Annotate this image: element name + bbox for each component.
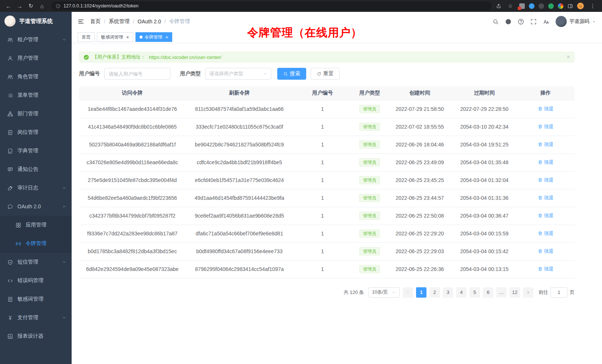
sidebar-item-tenant[interactable]: 租户管理 [0,30,72,49]
sidebar-item-menu[interactable]: 菜单管理 [0,86,72,105]
force-logout-button[interactable]: 强退 [538,106,554,112]
sidebar-item-oauth-app[interactable]: 应用管理 [0,216,72,234]
force-logout-button[interactable]: 强退 [538,195,554,201]
search-button[interactable]: 搜索 [277,68,306,80]
prev-page-button[interactable] [403,287,413,298]
force-logout-button[interactable]: 强退 [538,177,554,183]
app-logo[interactable]: 芋道管理系统 [0,12,72,30]
extension-icon[interactable] [519,3,525,9]
tab-home[interactable]: 首页 [78,32,95,42]
sidebar-item-sms[interactable]: 短信管理 [0,253,72,271]
search-icon[interactable] [493,19,499,25]
user-icon [7,56,13,61]
column-header: 用户类型 [352,86,387,100]
user-id-input[interactable] [104,68,170,80]
github-icon[interactable] [505,19,511,25]
action-cell: 强退 [517,136,575,153]
user-name: 芋道源码 [569,18,589,25]
extension-icon[interactable] [548,3,554,9]
share-icon[interactable] [496,3,501,9]
breadcrumb-item[interactable]: 系统管理 [109,18,130,25]
reset-button[interactable]: 重置 [311,68,340,80]
user-type-badge: 管理员 [359,265,380,273]
refresh-token-cell: be90422b8c7946218275a508bf524fc9 [186,136,293,153]
goto-page-input[interactable] [550,287,567,298]
sidebar-item-errcode[interactable]: 错误码管理 [0,271,72,290]
force-logout-button[interactable]: 强退 [538,266,554,272]
page-button-4[interactable]: 4 [456,287,467,298]
page-button-6[interactable]: 6 [483,287,493,298]
table-row: 6d842e2924594de9a09e45e087323abe8796295f… [79,260,575,278]
page-size-value: 10条/页 [372,289,388,295]
sidebar-item-report[interactable]: 报表设计器 [0,327,72,345]
tab-close-icon[interactable]: × [126,35,129,40]
page-button-5[interactable]: 5 [470,287,480,298]
url-bar[interactable]: 127.0.0.1:1024/system/oauth2/token [51,1,491,10]
forward-button[interactable]: → [15,1,24,10]
report-icon [7,334,13,339]
sidebar-toggle-icon[interactable] [567,3,573,9]
user-menu[interactable]: 芋道源码 [556,16,596,27]
table-header-row: 访问令牌刷新令牌用户编号用户类型创建时间过期时间操作 [79,86,575,100]
sidebar-item-label: 错误码管理 [17,277,43,284]
bookmark-star-icon[interactable]: ☆ [506,1,515,10]
sidebar-item-role[interactable]: 角色管理 [0,67,72,86]
tab-token[interactable]: 令牌管理× [135,32,173,42]
chev-down-icon [62,186,66,190]
collapse-sidebar-icon[interactable] [78,18,84,25]
sidebar-item-dept[interactable]: 部门管理 [0,105,72,123]
browser-menu-icon[interactable]: ⋮ [588,1,598,10]
breadcrumb-item[interactable]: OAuth 2.0 [138,19,161,24]
extension-icon[interactable] [529,3,534,9]
sensitive-icon [7,297,13,302]
force-logout-button[interactable]: 强退 [538,230,554,237]
sidebar-item-pay[interactable]: 支付管理 [0,308,72,327]
sidebar-item-sensitive[interactable]: 敏感词管理 [0,290,72,308]
sidebar-item-audit[interactable]: 审计日志 [0,179,72,197]
breadcrumb-item[interactable]: 首页 [90,18,101,25]
browser-profile-avatar[interactable]: ☺ [577,3,584,9]
force-logout-button[interactable]: 强退 [538,141,554,148]
force-logout-button[interactable]: 强退 [538,212,554,219]
tab-sensitive-words[interactable]: 敏感词管理× [97,32,133,42]
force-logout-button[interactable]: 强退 [538,248,554,255]
access-token-cell: 502375b8040a469a9b82188afdf6af1f [79,136,186,153]
sidebar-item-oauth[interactable]: OAuth 2.0 [0,197,72,216]
home-button[interactable]: ⌂ [37,1,47,10]
table-row: f9336e7c7dd242a283ee98dc86b17a87dfa6c71a… [79,225,575,242]
chev-down-icon [62,315,66,320]
sidebar-item-post[interactable]: 岗位管理 [0,123,72,142]
extension-icon[interactable] [539,3,544,9]
refresh-token-cell: 49d1aa46d1454fbd87591444423be9fa [186,189,293,207]
tab-label: 令牌管理 [145,34,163,40]
user-type-select[interactable]: 请选择用户类型 [205,68,271,80]
force-logout-button[interactable]: 强退 [538,159,554,166]
extension-icon[interactable] [558,3,563,9]
help-icon[interactable] [518,19,524,25]
sidebar-item-label: 字典管理 [17,148,38,154]
fullscreen-icon[interactable] [530,19,537,25]
alert-link[interactable]: https://doc.iocoder.cn/user-center/ [149,54,222,60]
next-page-button[interactable] [523,287,533,298]
force-logout-button[interactable]: 强退 [538,123,554,130]
page-button-1[interactable]: 1 [416,287,426,298]
sms-icon [7,259,13,265]
more-pages-button[interactable]: … [496,287,507,298]
page-button-2[interactable]: 2 [429,287,440,298]
site-info-icon[interactable] [56,4,60,9]
sidebar-item-label: 通知公告 [17,166,38,173]
sidebar-item-dict[interactable]: 字典管理 [0,142,72,160]
tab-close-icon[interactable]: × [166,35,169,40]
page-size-select[interactable]: 10条/页 [369,287,400,298]
back-button[interactable]: ← [4,1,13,10]
sidebar-item-user[interactable]: 用户管理 [0,49,72,67]
sidebar-item-notice[interactable]: 通知公告 [0,160,72,179]
reload-button[interactable]: ↻ [26,1,36,10]
alert-close-icon[interactable]: × [567,54,570,60]
user-type-placeholder: 请选择用户类型 [209,70,243,77]
create-time-cell: 2022-07-02 18:55:55 [387,118,452,136]
font-size-icon[interactable] [543,19,549,25]
sidebar-item-oauth-token[interactable]: 令牌管理 [0,234,72,253]
page-button-3[interactable]: 3 [443,287,453,298]
page-button-12[interactable]: 12 [510,287,520,298]
